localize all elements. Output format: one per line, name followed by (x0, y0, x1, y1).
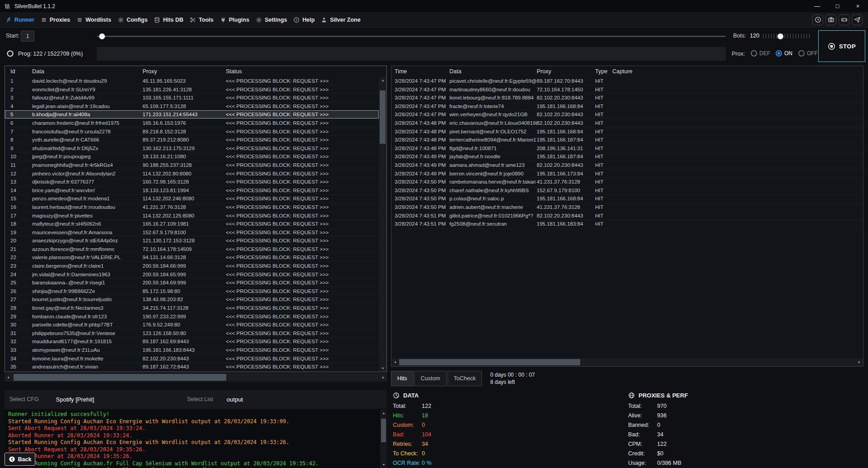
runner-row-31[interactable]: 31philippebruno7535@neuf.fr:Ventese123.1… (5, 329, 379, 338)
scroll-right-icon[interactable] (856, 358, 863, 366)
vscroll-thumb[interactable] (381, 419, 386, 442)
runner-row-30[interactable]: 30pariselle.odette@neuf.fr:phbp77BT176.9… (5, 321, 379, 329)
close-button[interactable]: × (848, 0, 868, 12)
maximize-button[interactable]: □ (827, 0, 848, 12)
nav-item-proxies[interactable]: Proxies (41, 17, 70, 23)
nav-item-settings[interactable]: Settings (256, 17, 287, 23)
hit-row-5[interactable]: 3/28/2024 7:43:47 PMwim.verheyen@neuf.fr… (391, 110, 863, 119)
hit-row-4[interactable]: 3/28/2024 7:43:47 PMfracte@neuf.fr:loter… (391, 102, 863, 111)
bots-slider[interactable] (762, 33, 811, 40)
history-icon[interactable] (812, 14, 823, 25)
runner-row-21[interactable]: 21azzoun.florence@neuf.fr:mmflorenc72.10… (5, 245, 379, 254)
runner-row-5[interactable]: 5b.khodja@neuf.fr:aii408a171.233.151.214… (5, 110, 379, 119)
nav-item-silver-zone[interactable]: Silver Zone (321, 17, 360, 23)
nav-item-wordlists[interactable]: Wordlists (76, 17, 111, 23)
runner-row-24[interactable]: 24jm.vidal@neuf.fr:Damienines1963200.59.… (5, 270, 379, 279)
hit-row-3[interactable]: 3/28/2024 7:43:47 PMlionel.lebourg@neuf.… (391, 94, 863, 102)
back-button[interactable]: Back (5, 453, 35, 466)
prox-def-radio[interactable]: DEF (751, 50, 770, 57)
runner-row-12[interactable]: 12pinheiro.victor@neuf.fr:Alisondylan211… (5, 170, 379, 178)
hit-row-13[interactable]: 3/28/2024 7:43:50 PMrambelomanana.herve@… (391, 178, 863, 186)
scroll-up-icon[interactable] (379, 77, 386, 83)
nav-item-tools[interactable]: Tools (190, 17, 213, 23)
runner-row-29[interactable]: 29fombaron.claude@neuf.fr:sfr123190.97.2… (5, 312, 379, 321)
runner-row-1[interactable]: 1david.leclech@neuf.fr:doudou2945.11.95.… (5, 77, 379, 85)
start-slider-thumb[interactable] (99, 33, 105, 39)
runner-row-3[interactable]: 3falloutz@neuf.fr:Zuktd4v99103.165.155.1… (5, 94, 379, 102)
screenshot-icon[interactable] (825, 14, 836, 25)
runner-row-28[interactable]: 28lionel.gay@neuf.fr:Nectarines334.215.7… (5, 304, 379, 312)
runner-row-22[interactable]: 22valerie.plansson@neuf.fr:VALERIE.PL94.… (5, 253, 379, 262)
runner-row-8[interactable]: 8yoth.aurelie@neuf.fr:CAT66689.37.219.21… (5, 136, 379, 144)
runner-row-6[interactable]: 6charamon.frederic@neuf.fr:frfred1975165… (5, 119, 379, 128)
scroll-left-icon[interactable] (5, 373, 12, 382)
start-input[interactable]: 1 (21, 31, 34, 42)
minimize-button[interactable]: — (807, 0, 827, 12)
nav-item-plugins[interactable]: Plugins (220, 17, 249, 23)
hit-row-2[interactable]: 3/28/2024 7:43:47 PMmartinaudrey8660@neu… (391, 85, 863, 94)
runner-row-18[interactable]: 18maflyteuc@neuf.fr:sHI5062n6165.16.27.1… (5, 220, 379, 228)
runner-row-16[interactable]: 16laurent.herbaut@neuf.fr:rroudoudou41.2… (5, 203, 379, 212)
bots-slider-thumb[interactable] (777, 33, 783, 39)
stop-button[interactable]: STOP (818, 30, 865, 62)
runner-row-26[interactable]: 26shinjia@neuf.fr:99B86llZZe85.172.15.98… (5, 287, 379, 296)
runner-row-32[interactable]: 32mauddurand6177@neuf.fr:19181589.187.16… (5, 337, 379, 346)
hit-row-1[interactable]: 3/28/2024 7:43:47 PMpicavet.christelle@n… (391, 77, 863, 85)
runner-row-14[interactable]: 14brice.yam@neuf.fr:wxcvbn!18.133.123.81… (5, 186, 379, 195)
gamepad-icon[interactable] (839, 14, 849, 25)
telegram-icon[interactable] (852, 14, 863, 25)
runner-row-4[interactable]: 4legall.jean-alain@neuf.fr:19cadou65.109… (5, 102, 379, 111)
nav-item-runner[interactable]: Runner (5, 17, 34, 23)
hits-table-hscrollbar[interactable] (391, 358, 863, 366)
nav-item-hits-db[interactable]: Hits DB (154, 17, 183, 23)
scroll-left-icon[interactable] (391, 358, 399, 366)
hit-row-17[interactable]: 3/28/2024 7:43:51 PMgillot.patrice@neuf.… (391, 212, 863, 220)
prox-on-radio[interactable]: ON (776, 50, 792, 57)
nav-item-configs[interactable]: Configs (118, 17, 148, 23)
select-cfg-button[interactable]: Select CFG (10, 396, 39, 402)
runner-row-27[interactable]: 27bourrel.justin@neuf.fr:bourreljustin13… (5, 295, 379, 304)
hit-row-8[interactable]: 3/28/2024 7:43:48 PMterriercatherine8094… (391, 136, 863, 144)
nav-item-help[interactable]: ?Help (293, 17, 315, 23)
runner-row-9[interactable]: 9shulzealrfed@neuf.fr:D6j5Zx130.162.213.… (5, 144, 379, 153)
hscroll-thumb[interactable] (399, 359, 580, 365)
select-list-button[interactable]: Select List (187, 396, 213, 402)
vscroll-thumb[interactable] (380, 90, 386, 144)
hit-row-7[interactable]: 3/28/2024 7:43:48 PMpiret.bernard@neuf.f… (391, 128, 863, 136)
hit-row-14[interactable]: 3/28/2024 7:43:50 PMcharef.nathalie@neuf… (391, 186, 863, 195)
runner-row-35[interactable]: 35andreasulrich@neuf.fr:vivian89.187.162… (5, 363, 379, 371)
tab-custom[interactable]: Custom (415, 371, 447, 386)
runner-row-17[interactable]: 17magouzy@neuf.fr:pivettes114.132.202.12… (5, 212, 379, 220)
runner-row-13[interactable]: 13djkrissk@neuf.fr:63776377160.72.98.165… (5, 178, 379, 186)
hit-row-16[interactable]: 3/28/2024 7:43:50 PMadrien.aubert@neuf.f… (391, 203, 863, 212)
runner-row-7[interactable]: 7francoisdufau@neuf.fr:ursula227889.218.… (5, 128, 379, 136)
log-vscrollbar[interactable] (380, 410, 387, 468)
hit-row-9[interactable]: 3/28/2024 7:43:48 PMflgd@neuf.fr:1008712… (391, 144, 863, 153)
hit-row-11[interactable]: 3/28/2024 7:43:49 PMaamara.ahmad@neuf.fr… (391, 161, 863, 170)
runner-row-2[interactable]: 2eonmcllet@neuf.fr:SUnnY9135.181.226.41:… (5, 85, 379, 94)
hit-row-10[interactable]: 3/28/2024 7:43:49 PMjayfab@neuf.fr:noodl… (391, 152, 863, 161)
start-slider[interactable] (97, 33, 726, 40)
scroll-down-icon[interactable] (379, 365, 386, 371)
tab-hits[interactable]: Hits (391, 371, 414, 386)
hit-row-6[interactable]: 3/28/2024 7:43:48 PMeric.chavaroux@neuf.… (391, 119, 863, 128)
runner-table-hscrollbar[interactable] (5, 373, 387, 382)
scroll-right-icon[interactable] (380, 373, 387, 382)
runner-row-15[interactable]: 15penzo.amedeo@neuf.fr:modena1114.132.20… (5, 194, 379, 203)
hit-row-12[interactable]: 3/28/2024 7:43:49 PMberron.vincent@neuf.… (391, 170, 863, 178)
hit-row-18[interactable]: 3/28/2024 7:43:51 PMfg2508@neuf.fr:secut… (391, 220, 863, 228)
runner-row-34[interactable]: 34lemoine.laura@neuf.fr:mokette82.102.20… (5, 355, 379, 363)
scroll-down-icon[interactable] (380, 462, 387, 468)
runner-row-19[interactable]: 19mauricevessen@neuf.fr:Amarsona152.67.9… (5, 228, 379, 237)
scroll-up-icon[interactable] (380, 410, 387, 416)
tab-tocheck[interactable]: ToCheck (448, 371, 482, 386)
runner-row-11[interactable]: 11jmarnoneghhifa@neuf.fr:4r5kRGs490.188.… (5, 161, 379, 170)
hit-row-15[interactable]: 3/28/2024 7:43:50 PMp.colas@neuf.fr:salo… (391, 194, 863, 203)
hscroll-thumb[interactable] (14, 374, 226, 381)
runner-table-vscrollbar[interactable] (379, 77, 386, 372)
prox-off-radio[interactable]: OFF (798, 50, 818, 57)
runner-row-10[interactable]: 10jpeg@neuf.fr:poupoujpeg18.133.16.21:10… (5, 152, 379, 161)
runner-row-33[interactable]: 33atomypower@neuf.fr:21LuAu195.181.166.1… (5, 346, 379, 355)
runner-row-23[interactable]: 23claire.bergeron@neuf.fr:claire1200.59.… (5, 262, 379, 270)
runner-row-25[interactable]: 25baranskaanna-.@neuf.fr:risegi1200.59.1… (5, 279, 379, 287)
